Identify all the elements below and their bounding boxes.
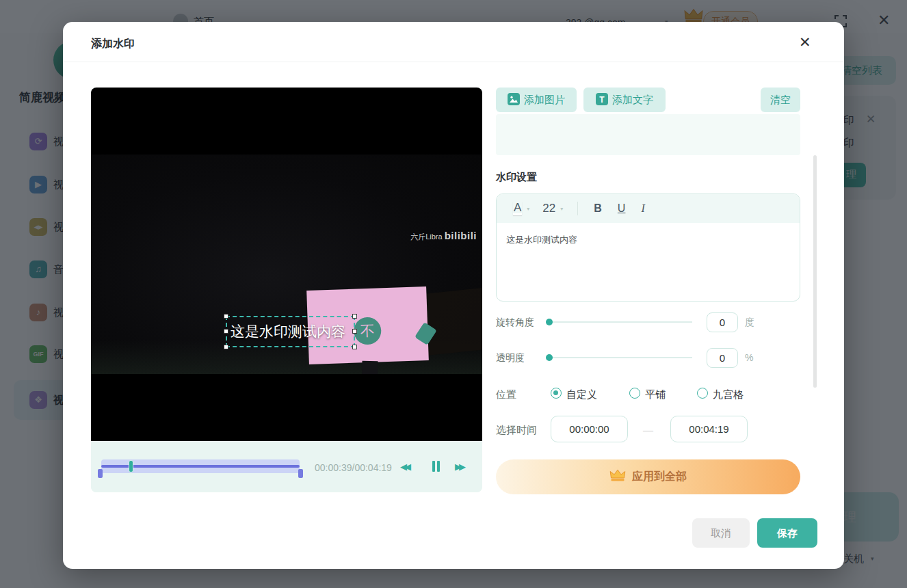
time-range-separator: —: [643, 424, 653, 436]
watermark-text-overlay[interactable]: 这是水印测试内容: [231, 322, 345, 341]
bilibili-watermark: 六斤Libra bilibili: [410, 230, 477, 242]
progress-track[interactable]: [101, 459, 300, 473]
radio-custom-label[interactable]: 自定义: [566, 388, 597, 401]
save-button[interactable]: 保存: [757, 518, 817, 548]
svg-text:T: T: [599, 94, 605, 104]
add-text-button[interactable]: T 添加文字: [583, 88, 666, 112]
uploader-credit: 六斤Libra: [410, 232, 442, 241]
bilibili-logo: bilibili: [445, 230, 477, 241]
radio-grid[interactable]: [697, 388, 708, 399]
modal-close-icon[interactable]: ✕: [799, 34, 811, 51]
clear-label: 清空: [770, 94, 791, 107]
playhead-handle[interactable]: [129, 460, 133, 472]
position-label: 位置: [496, 388, 516, 401]
opacity-label: 透明度: [496, 352, 525, 364]
start-time-input[interactable]: 00:00:00: [551, 416, 628, 442]
add-image-button[interactable]: 添加图片: [496, 88, 577, 112]
video-frame[interactable]: 六斤Libra bilibili 不 而如果换成小一点的纸呢? 这是水印测试内容: [91, 88, 482, 441]
screen: 首页 393 @qq.com ▾ 开通会员 ✕ 简鹿视频 ⟳ 视 ▶ 视: [0, 0, 907, 588]
font-size-caret-icon[interactable]: ▾: [560, 206, 563, 212]
time-range-label: 选择时间: [496, 424, 537, 437]
selection-handle[interactable]: [224, 345, 228, 349]
italic-button[interactable]: I: [641, 202, 644, 215]
video-scene: 六斤Libra bilibili 不 而如果换成小一点的纸呢? 这是水印测试内容: [91, 155, 482, 374]
underline-button[interactable]: U: [618, 202, 626, 215]
add-image-label: 添加图片: [524, 94, 565, 107]
add-text-label: 添加文字: [612, 94, 653, 107]
radio-grid-label[interactable]: 九宫格: [713, 388, 744, 401]
rewind-icon[interactable]: ◀◀: [400, 462, 408, 472]
add-text-icon: T: [596, 93, 608, 107]
selection-handle[interactable]: [352, 345, 357, 349]
player-controls: 00:00:39/00:04:19 ◀◀ ▶▶: [91, 441, 482, 492]
radio-tile-label[interactable]: 平铺: [645, 388, 666, 401]
sign-circle-glyph: 不: [354, 317, 382, 345]
watermark-text-input[interactable]: 这是水印测试内容: [497, 223, 800, 257]
add-image-icon: [508, 93, 520, 107]
add-watermark-modal: 添加水印 ✕ 六斤Libra bilibili 不 而如: [63, 22, 844, 569]
opacity-unit: %: [745, 352, 753, 363]
radio-tile[interactable]: [629, 388, 640, 399]
toolbar-divider: [577, 202, 578, 215]
apply-to-all-button[interactable]: 应用到全部: [496, 459, 800, 494]
rotation-value-input[interactable]: 0: [707, 312, 738, 332]
opacity-value-input[interactable]: 0: [707, 348, 738, 368]
bold-button[interactable]: B: [594, 202, 602, 215]
watermark-layers-panel[interactable]: [496, 114, 800, 155]
modal-title: 添加水印: [91, 37, 135, 51]
selection-handle[interactable]: [352, 329, 357, 334]
crown-icon: [609, 469, 626, 485]
clear-button[interactable]: 清空: [761, 88, 800, 112]
video-player: 六斤Libra bilibili 不 而如果换成小一点的纸呢? 这是水印测试内容: [91, 88, 482, 492]
selection-handle[interactable]: [224, 329, 228, 334]
font-color-button[interactable]: A: [513, 202, 522, 215]
radio-custom[interactable]: [551, 388, 562, 399]
selection-handle[interactable]: [224, 314, 228, 319]
opacity-slider-track[interactable]: [551, 357, 692, 358]
time-display: 00:00:39/00:04:19: [315, 462, 392, 473]
watermark-selection-box[interactable]: 这是水印测试内容: [226, 316, 355, 347]
pause-icon[interactable]: [431, 461, 442, 472]
watermark-text-editor: A ▾ 22 ▾ B U I 这是水印测试内容: [496, 193, 800, 302]
trim-end-handle[interactable]: [298, 469, 303, 478]
font-size-select[interactable]: 22: [542, 202, 555, 215]
rotation-slider-track[interactable]: [551, 321, 692, 323]
end-time-input[interactable]: 00:04:19: [670, 416, 748, 442]
rotation-slider-handle[interactable]: [546, 319, 553, 325]
apply-to-all-label: 应用到全部: [632, 470, 687, 484]
forward-icon[interactable]: ▶▶: [455, 462, 463, 472]
cancel-button[interactable]: 取消: [692, 518, 750, 548]
sign-pole: [360, 361, 378, 374]
trim-start-handle[interactable]: [98, 469, 103, 478]
scrollbar[interactable]: [813, 155, 817, 388]
editor-toolbar: A ▾ 22 ▾ B U I: [497, 194, 800, 223]
settings-section-title: 水印设置: [496, 171, 537, 184]
header-divider: [63, 62, 844, 62]
font-color-caret-icon[interactable]: ▾: [527, 206, 529, 212]
opacity-slider-handle[interactable]: [546, 354, 553, 361]
rotation-label: 旋转角度: [496, 317, 534, 329]
selection-handle[interactable]: [352, 314, 357, 319]
rotation-unit: 度: [745, 317, 754, 329]
